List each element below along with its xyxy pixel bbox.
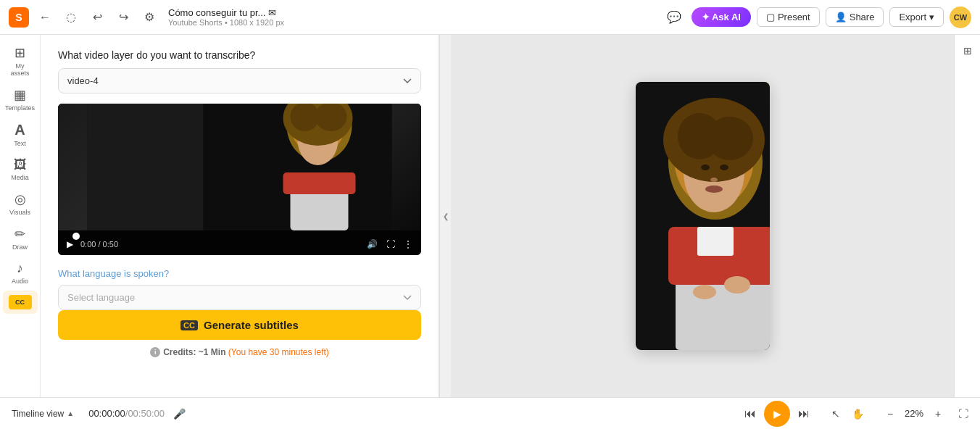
generate-subtitles-button[interactable]: CC Generate subtitles bbox=[58, 310, 421, 340]
history-button[interactable]: ◌ bbox=[61, 7, 81, 28]
credits-remaining: (You have 30 minutes left) bbox=[228, 347, 329, 357]
info-icon: i bbox=[150, 347, 160, 357]
chevron-left-icon: ❮ bbox=[443, 212, 449, 220]
export-button[interactable]: Export ▾ bbox=[889, 7, 944, 27]
sidebar-item-label: Templates bbox=[5, 104, 35, 112]
sidebar: ⊞ My assets ▦ Templates A Text 🖼 Media ◎… bbox=[0, 35, 41, 397]
svg-rect-1 bbox=[88, 104, 204, 230]
sidebar-item-label: My assets bbox=[6, 62, 35, 77]
undo-button[interactable]: ↩ bbox=[87, 7, 107, 28]
play-pause-button[interactable]: ▶ bbox=[65, 238, 75, 251]
templates-icon: ▦ bbox=[14, 87, 26, 103]
sidebar-item-audio[interactable]: ♪ Audio bbox=[3, 257, 38, 289]
sidebar-item-visuals[interactable]: ◎ Visuals bbox=[3, 187, 38, 220]
cursor-tool-arrow[interactable]: ↖ bbox=[826, 404, 845, 423]
credits-info: i Credits: ~1 Min (You have 30 minutes l… bbox=[58, 347, 421, 357]
text-icon: A bbox=[14, 122, 25, 138]
chevron-down-icon: ▾ bbox=[929, 12, 934, 22]
volume-button[interactable]: 🔊 bbox=[365, 238, 379, 251]
cursor-tools: ↖ ✋ bbox=[826, 404, 867, 423]
panel: What video layer do you want to transcri… bbox=[41, 35, 439, 397]
ask-ai-button[interactable]: ✦ Ask AI bbox=[692, 7, 751, 27]
canvas-phone: Your subtitles will appear here... bbox=[636, 82, 770, 350]
expand-button[interactable]: ⛶ bbox=[958, 408, 968, 420]
play-button[interactable]: ▶ bbox=[764, 401, 790, 427]
present-button[interactable]: ▢ Present bbox=[757, 7, 820, 27]
zoom-in-button[interactable]: + bbox=[929, 405, 947, 422]
panel-collapse-handle[interactable]: ❮ bbox=[439, 35, 451, 397]
svg-point-20 bbox=[710, 178, 718, 182]
video-thumbnail-inner bbox=[58, 104, 421, 230]
video-player: ▶ 0:00 / 0:50 🔊 ⛶ ⋮ bbox=[58, 104, 421, 255]
back-button[interactable]: ← bbox=[35, 7, 55, 28]
topbar: S ← ◌ ↩ ↪ ⚙ Cómo conseguir tu pr... ✉ Yo… bbox=[0, 0, 980, 35]
sidebar-item-label: Text bbox=[14, 140, 26, 147]
cc-badge: CC bbox=[9, 295, 32, 309]
visuals-icon: ◎ bbox=[14, 191, 26, 207]
panel-content: What video layer do you want to transcri… bbox=[41, 35, 439, 397]
present-icon: ▢ bbox=[766, 12, 775, 22]
title-area: Cómo conseguir tu pr... ✉ Youtube Shorts… bbox=[168, 7, 657, 27]
zoom-out-button[interactable]: − bbox=[881, 405, 899, 422]
fast-forward-button[interactable]: ⏭ bbox=[793, 403, 815, 425]
zoom-controls: − 22% + bbox=[881, 405, 947, 422]
app-logo: S bbox=[9, 7, 29, 28]
playback-controls: ⏮ ▶ ⏭ bbox=[739, 401, 815, 427]
audio-icon: ♪ bbox=[17, 261, 23, 276]
avatar: CW bbox=[950, 7, 971, 28]
video-controls: ▶ 0:00 / 0:50 🔊 ⛶ ⋮ bbox=[58, 230, 421, 255]
canvas-phone-image: Your subtitles will appear here... bbox=[636, 82, 770, 350]
sidebar-item-label: Media bbox=[11, 174, 29, 181]
sidebar-item-label: Draw bbox=[12, 243, 28, 251]
document-subtitle: Youtube Shorts • 1080 x 1920 px bbox=[168, 18, 657, 27]
video-time: 0:00 / 0:50 bbox=[80, 240, 118, 249]
timecode-display: 00:00:00/00:50:00 bbox=[88, 408, 165, 419]
question-video-layer: What video layer do you want to transcri… bbox=[58, 49, 421, 61]
sidebar-item-draw[interactable]: ✏ Draw bbox=[3, 222, 38, 255]
media-icon: 🖼 bbox=[14, 157, 27, 172]
svg-point-21 bbox=[705, 186, 723, 193]
timeline-view-toggle[interactable]: Timeline view ▲ bbox=[12, 409, 74, 419]
video-thumbnail bbox=[58, 104, 421, 230]
sidebar-item-captions[interactable]: CC bbox=[3, 291, 38, 314]
microphone-button[interactable]: 🎤 bbox=[173, 408, 186, 420]
svg-rect-10 bbox=[283, 172, 356, 194]
sidebar-item-media[interactable]: 🖼 Media bbox=[3, 153, 38, 186]
svg-rect-24 bbox=[697, 227, 734, 256]
chevron-up-icon: ▲ bbox=[67, 409, 74, 417]
sidebar-item-label: Visuals bbox=[9, 209, 30, 216]
right-sidebar: ⊞ bbox=[954, 35, 980, 397]
fullscreen-button[interactable]: ⛶ bbox=[385, 238, 396, 251]
chat-button[interactable]: 💬 bbox=[663, 6, 686, 29]
video-progress-thumb bbox=[72, 233, 80, 240]
sidebar-item-templates[interactable]: ▦ Templates bbox=[3, 83, 38, 116]
sidebar-item-label: Audio bbox=[12, 278, 28, 285]
question-language: What language is spoken? bbox=[58, 268, 421, 279]
svg-point-18 bbox=[701, 164, 710, 170]
cc-icon: CC bbox=[180, 320, 198, 330]
bottom-bar: Timeline view ▲ 00:00:00/00:50:00 🎤 ⏮ ▶ … bbox=[0, 397, 980, 429]
settings-button[interactable]: ⚙ bbox=[139, 7, 159, 28]
credits-label: Credits: ~1 Min (You have 30 minutes lef… bbox=[163, 347, 329, 357]
share-icon: 👤 bbox=[835, 12, 847, 22]
video-preview-svg bbox=[58, 104, 421, 230]
document-title: Cómo conseguir tu pr... ✉ bbox=[168, 7, 657, 18]
sidebar-item-my-assets[interactable]: ⊞ My assets bbox=[3, 41, 38, 81]
share-button[interactable]: 👤 Share bbox=[826, 7, 884, 27]
redo-button[interactable]: ↪ bbox=[113, 7, 133, 28]
zoom-percent: 22% bbox=[902, 408, 926, 419]
svg-point-19 bbox=[720, 164, 728, 170]
sidebar-item-text[interactable]: A Text bbox=[3, 117, 38, 151]
more-options-button[interactable]: ⋮ bbox=[402, 238, 414, 251]
cursor-tool-hand[interactable]: ✋ bbox=[848, 404, 867, 423]
rewind-button[interactable]: ⏮ bbox=[739, 403, 761, 425]
assets-icon: ⊞ bbox=[14, 45, 25, 61]
language-select[interactable]: Select language English Spanish French G… bbox=[58, 285, 421, 310]
svg-point-25 bbox=[724, 276, 750, 293]
topbar-right: 💬 ✦ Ask AI ▢ Present 👤 Share Export ▾ CW bbox=[663, 6, 971, 29]
svg-point-17 bbox=[707, 117, 753, 160]
draw-icon: ✏ bbox=[14, 226, 25, 242]
canvas-area: Your subtitles will appear here... bbox=[451, 35, 954, 397]
video-layer-select[interactable]: video-4 video-3 video-2 video-1 bbox=[58, 68, 421, 93]
layers-button[interactable]: ⊞ bbox=[958, 41, 978, 61]
